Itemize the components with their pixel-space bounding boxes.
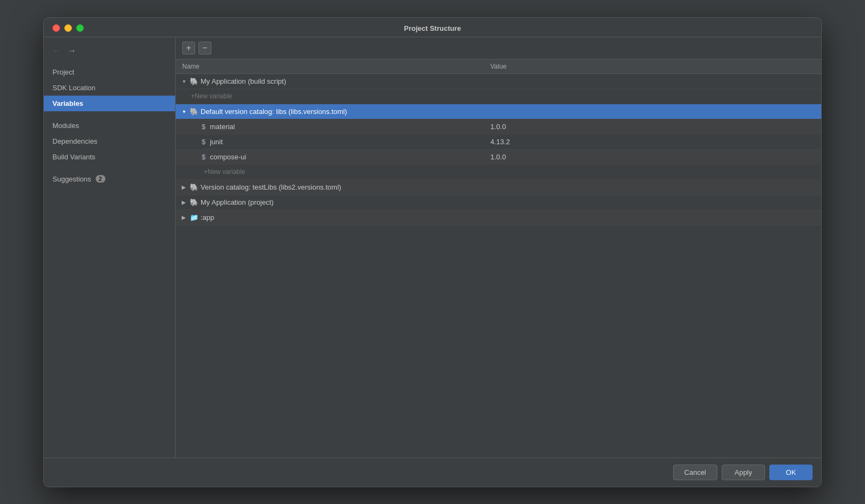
- sidebar-divider-1: [44, 111, 175, 118]
- project-structure-dialog: Project Structure ← → Project SDK Locati…: [43, 17, 822, 487]
- sidebar: ← → Project SDK Location Variables Modul…: [44, 37, 176, 458]
- title-bar: Project Structure: [44, 18, 821, 37]
- close-button[interactable]: [52, 24, 60, 32]
- sidebar-item-variables[interactable]: Variables: [44, 96, 175, 111]
- chevron-down-icon: ▾: [180, 78, 188, 84]
- sidebar-nav: Project SDK Location Variables Modules D…: [44, 62, 175, 189]
- new-variable-link-build: +New variable: [176, 92, 484, 100]
- table-row[interactable]: ▶ :app: [176, 210, 821, 225]
- row-name-test-libs: ▶ Version catalog: testLibs (libs2.versi…: [176, 183, 484, 191]
- nav-controls: ← →: [44, 42, 175, 62]
- gradle-icon: [190, 107, 198, 116]
- minimize-button[interactable]: [64, 24, 72, 32]
- gradle-icon: [190, 77, 198, 85]
- sidebar-item-sdk-location[interactable]: SDK Location: [44, 80, 175, 96]
- window-controls: [52, 24, 84, 32]
- sidebar-item-suggestions[interactable]: Suggestions 2: [44, 171, 175, 187]
- row-name-my-app-build: ▾ My Application (build script): [176, 77, 484, 85]
- row-name-app: ▶ :app: [176, 213, 484, 221]
- chevron-right-icon: ▶: [180, 214, 188, 220]
- forward-button[interactable]: →: [65, 45, 78, 57]
- sidebar-divider-2: [44, 165, 175, 171]
- new-variable-link-catalog: +New variable: [176, 168, 484, 176]
- sidebar-item-modules[interactable]: Modules: [44, 118, 175, 133]
- add-variable-button[interactable]: +: [182, 42, 195, 55]
- row-value-compose-ui: 1.0.0: [484, 153, 821, 161]
- suggestions-badge: 2: [96, 175, 105, 183]
- table-row[interactable]: ▾ My Application (build script): [176, 74, 821, 89]
- row-name-default-catalog: ▾ Default version catalog: libs (libs.ve…: [176, 107, 484, 116]
- dialog-title: Project Structure: [404, 24, 461, 32]
- cancel-button[interactable]: Cancel: [673, 465, 717, 480]
- content-area: + − Name Value ▾ My Application (build s…: [176, 37, 821, 458]
- row-name-material: $ material: [176, 123, 484, 131]
- gradle-icon: [190, 183, 198, 191]
- row-name-my-app-project: ▶ My Application (project): [176, 198, 484, 206]
- column-header-name: Name: [176, 63, 484, 70]
- row-name-compose-ui: $ compose-ui: [176, 153, 484, 161]
- table-row[interactable]: $ material 1.0.0: [176, 119, 821, 135]
- chevron-right-icon: ▶: [180, 199, 188, 205]
- apply-button[interactable]: Apply: [722, 465, 765, 480]
- variable-dollar-icon: $: [202, 138, 205, 146]
- suggestions-label: Suggestions: [52, 175, 91, 183]
- ok-button[interactable]: OK: [769, 465, 813, 480]
- main-content: ← → Project SDK Location Variables Modul…: [44, 37, 821, 458]
- variables-table: Name Value ▾ My Application (build scrip…: [176, 59, 821, 458]
- maximize-button[interactable]: [76, 24, 84, 32]
- gradle-icon: [190, 198, 198, 206]
- sidebar-item-dependencies[interactable]: Dependencies: [44, 133, 175, 149]
- table-row[interactable]: +New variable: [176, 89, 821, 104]
- row-name-junit: $ junit: [176, 138, 484, 146]
- back-button[interactable]: ←: [50, 45, 63, 57]
- toolbar: + −: [176, 37, 821, 59]
- chevron-down-icon: ▾: [180, 109, 188, 115]
- sidebar-item-project[interactable]: Project: [44, 64, 175, 80]
- column-header-value: Value: [484, 63, 821, 70]
- folder-icon: [190, 213, 198, 221]
- sidebar-item-build-variants[interactable]: Build Variants: [44, 149, 175, 165]
- remove-variable-button[interactable]: −: [198, 42, 211, 55]
- row-value-material: 1.0.0: [484, 123, 821, 131]
- chevron-right-icon: ▶: [180, 184, 188, 190]
- table-row[interactable]: $ compose-ui 1.0.0: [176, 150, 821, 165]
- table-row[interactable]: ▾ Default version catalog: libs (libs.ve…: [176, 104, 821, 119]
- table-row[interactable]: ▶ Version catalog: testLibs (libs2.versi…: [176, 180, 821, 195]
- variable-dollar-icon: $: [202, 153, 205, 161]
- table-row[interactable]: +New variable: [176, 165, 821, 180]
- footer: Cancel Apply OK: [44, 458, 821, 487]
- table-row[interactable]: $ junit 4.13.2: [176, 135, 821, 150]
- row-value-junit: 4.13.2: [484, 138, 821, 146]
- table-row[interactable]: ▶ My Application (project): [176, 195, 821, 210]
- variable-dollar-icon: $: [202, 123, 205, 131]
- table-header: Name Value: [176, 59, 821, 74]
